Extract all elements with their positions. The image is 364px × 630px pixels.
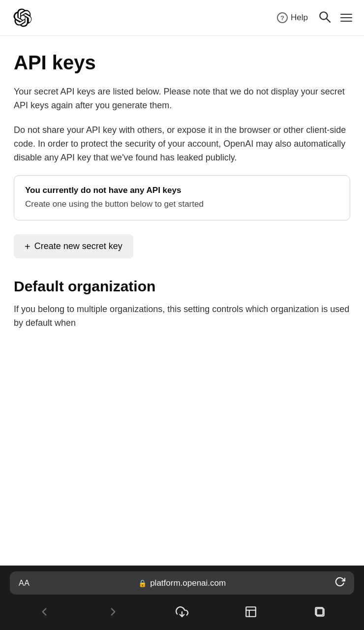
description-block-2: Do not share your API key with others, o…	[14, 124, 350, 165]
default-org-title: Default organization	[14, 278, 350, 295]
svg-rect-3	[246, 607, 256, 617]
browser-reload-button[interactable]	[334, 576, 345, 590]
info-box-subtitle: Create one using the button below to get…	[25, 198, 339, 210]
page-title: API keys	[14, 52, 350, 73]
create-plus-icon: +	[25, 242, 30, 252]
browser-url-text[interactable]: platform.openai.com	[150, 578, 226, 588]
menu-icon[interactable]	[340, 14, 352, 22]
description-block-1: Your secret API keys are listed below. P…	[14, 85, 350, 113]
svg-point-0	[320, 12, 327, 19]
browser-nav-row	[10, 599, 354, 630]
create-button-label: Create new secret key	[34, 241, 122, 252]
help-circle-icon: ?	[277, 12, 288, 23]
browser-bar: AA 🔒 platform.openai.com	[0, 566, 364, 630]
openai-logo-svg	[13, 8, 32, 27]
create-secret-key-button[interactable]: + Create new secret key	[14, 234, 133, 258]
browser-bookmarks-button[interactable]	[240, 602, 262, 624]
header-right: ? Help	[277, 10, 352, 26]
description-text-1: Your secret API keys are listed below. P…	[14, 85, 350, 113]
help-button[interactable]: ? Help	[277, 12, 308, 23]
search-icon[interactable]	[318, 10, 331, 26]
description-text-2: Do not share your API key with others, o…	[14, 124, 350, 165]
browser-tabs-button[interactable]	[308, 602, 331, 624]
browser-aa-label[interactable]: AA	[19, 579, 30, 588]
default-org-text: If you belong to multiple organizations,…	[14, 303, 350, 330]
help-label: Help	[291, 13, 308, 23]
main-content: API keys Your secret API keys are listed…	[0, 36, 364, 566]
hamburger-line-2	[340, 17, 352, 18]
browser-back-button[interactable]	[33, 602, 56, 624]
openai-logo[interactable]	[12, 7, 33, 29]
svg-line-1	[327, 19, 330, 22]
hamburger-line-1	[340, 14, 352, 15]
browser-url-bar[interactable]: AA 🔒 platform.openai.com	[10, 571, 354, 595]
hamburger-line-3	[340, 21, 352, 22]
browser-share-button[interactable]	[171, 602, 193, 624]
info-box: You currently do not have any API keys C…	[14, 175, 350, 220]
browser-url-center: 🔒 platform.openai.com	[138, 578, 226, 588]
lock-icon: 🔒	[138, 579, 147, 587]
header: ? Help	[0, 0, 364, 36]
info-box-title: You currently do not have any API keys	[25, 186, 339, 195]
browser-url-left: AA	[19, 579, 30, 588]
browser-forward-button[interactable]	[102, 602, 124, 624]
